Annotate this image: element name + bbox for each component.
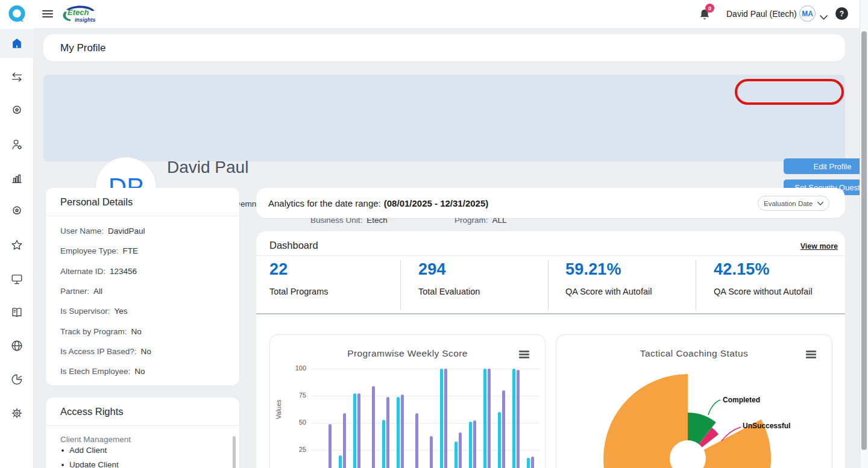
view-more-link[interactable]: View more (800, 242, 838, 251)
divider (548, 260, 549, 310)
y-tick: 100 (286, 364, 306, 372)
detail-row-employee-type: Employee Type:FTE (60, 246, 138, 255)
topbar: Etech Insights 0 David Paul (Etech) MA ? (0, 0, 868, 29)
bar-purple-9 (459, 432, 462, 468)
sidebar-item-home[interactable] (0, 29, 34, 58)
page-scrollbar-thumb[interactable] (861, 31, 867, 450)
bar-purple-4 (386, 397, 389, 468)
analytics-bar: Analytics for the date range: (08/01/202… (256, 188, 845, 218)
chevron-down-icon[interactable] (820, 11, 828, 22)
stat-qa-with-autofail: 59.21% QA Score with Autofail (565, 260, 704, 296)
divider (400, 260, 401, 310)
profile-name: David Paul (167, 158, 248, 177)
sidebar-item-quality[interactable] (0, 96, 34, 125)
bar-purple-12 (502, 390, 505, 468)
chart-menu-icon[interactable] (519, 351, 529, 360)
pie-label-completed: Completed (723, 396, 760, 404)
chevron-down-icon (817, 202, 823, 205)
stat-total-programs: 22 Total Programs (269, 260, 408, 296)
bar-cyan-5 (397, 397, 400, 468)
sidebar-item-analytics[interactable] (0, 365, 34, 394)
help-icon[interactable]: ? (835, 7, 848, 20)
detail-row-etech-employee: Is Etech Employee:No (60, 367, 145, 376)
detail-row-user-name: User Name:DavidPaul (60, 226, 145, 236)
monitor-icon (10, 272, 24, 285)
bar-cyan-12 (498, 412, 501, 468)
brand-line2: Insights (75, 17, 96, 23)
evaluation-date-dropdown[interactable]: Evaluation Date (758, 196, 829, 211)
profile-banner: DP David Paul Email:David.paul@emnop.com… (43, 75, 845, 161)
page-title-card: My Profile (43, 34, 845, 61)
weekly-score-chart-title: Programwise Weekly Score (270, 348, 545, 359)
coaching-status-chart-card: Tactical Coaching Status Completed UnSuc… (556, 334, 832, 468)
sidebar-item-user-management[interactable] (0, 130, 34, 159)
user-avatar[interactable]: MA (799, 5, 816, 22)
bar-cyan-2 (353, 393, 356, 468)
access-rights-group: Client Management (60, 435, 131, 444)
book-icon (10, 306, 24, 319)
avatar-initials: MA (802, 10, 813, 18)
access-rights-title: Access Rights (60, 406, 124, 417)
q-logo-icon (4, 2, 30, 27)
menu-toggle-icon[interactable] (42, 10, 53, 19)
access-right-item: Update Client (61, 460, 119, 468)
sidebar-item-global[interactable] (0, 331, 34, 360)
bar-purple-10 (473, 420, 476, 468)
globe-icon (10, 339, 24, 352)
bar-purple-2 (357, 393, 360, 468)
bar-cyan-1 (339, 455, 342, 468)
star-icon (10, 239, 24, 252)
edit-profile-button[interactable]: Edit Profile (784, 158, 868, 174)
divider (696, 260, 696, 310)
bar-purple-5 (401, 395, 404, 468)
app-root: Etech Insights 0 David Paul (Etech) MA ? (0, 0, 868, 468)
personal-details-title: Personal Details (60, 196, 133, 208)
bar-purple-3 (372, 386, 375, 468)
brand-logo: Etech Insights (59, 3, 98, 28)
pie-label-unsuccessful: UnSuccessful (743, 422, 790, 430)
user-settings-icon (10, 138, 24, 151)
award-badge-icon (10, 205, 24, 218)
weekly-score-chart-card: Programwise Weekly Score Values 100 75 5… (269, 334, 546, 468)
brand-line1: Etech (68, 8, 89, 17)
bar-cyan-11 (483, 369, 486, 468)
bar-purple-1 (343, 413, 346, 468)
divider (256, 313, 845, 314)
notification-count-badge: 0 (705, 4, 714, 13)
page-scrollbar[interactable] (860, 0, 868, 468)
detail-row-track-by-program: Track by Program:No (60, 327, 142, 336)
sidebar-item-library[interactable] (0, 298, 34, 327)
bar-purple-6 (415, 413, 418, 468)
access-right-item: Add Client (61, 446, 107, 455)
transfer-arrows-icon (10, 70, 24, 84)
bar-purple-8 (444, 369, 447, 468)
bar-cyan-8 (440, 369, 443, 468)
bar-chart-icon (10, 172, 24, 185)
analytics-date-range: (08/01/2025 - 12/31/2025) (384, 198, 488, 208)
sidebar-item-settings[interactable] (0, 399, 34, 428)
bar-cyan-13 (512, 369, 515, 468)
sidebar-item-monitoring[interactable] (0, 264, 34, 293)
dashboard-title: Dashboard (269, 240, 318, 251)
sidebar-item-coaching[interactable] (0, 197, 34, 226)
y-tick: 25 (286, 446, 306, 453)
analytics-label: Analytics for the date range: (268, 198, 381, 208)
y-axis-title: Values (275, 399, 282, 419)
award-badge-icon (10, 104, 24, 117)
detail-row-ip-based: Is Access IP Based?:No (60, 347, 151, 356)
bar-purple-7 (430, 436, 433, 468)
sidebar (0, 29, 34, 468)
app-logo (0, 0, 34, 29)
y-tick: 50 (286, 419, 306, 426)
divider (46, 425, 239, 426)
personal-details-card: Personal Details User Name:DavidPaul Emp… (46, 188, 239, 385)
bar-purple-11 (488, 369, 491, 468)
dropdown-selected-value: Evaluation Date (764, 200, 813, 207)
sidebar-item-favorites[interactable] (0, 231, 34, 260)
sidebar-item-reports[interactable] (0, 164, 34, 193)
sidebar-item-transfer[interactable] (0, 63, 34, 92)
divider (256, 255, 845, 256)
bar-purple-14 (531, 457, 534, 468)
bar-purple-0 (329, 424, 332, 468)
access-rights-scrollbar-thumb[interactable] (233, 436, 236, 468)
